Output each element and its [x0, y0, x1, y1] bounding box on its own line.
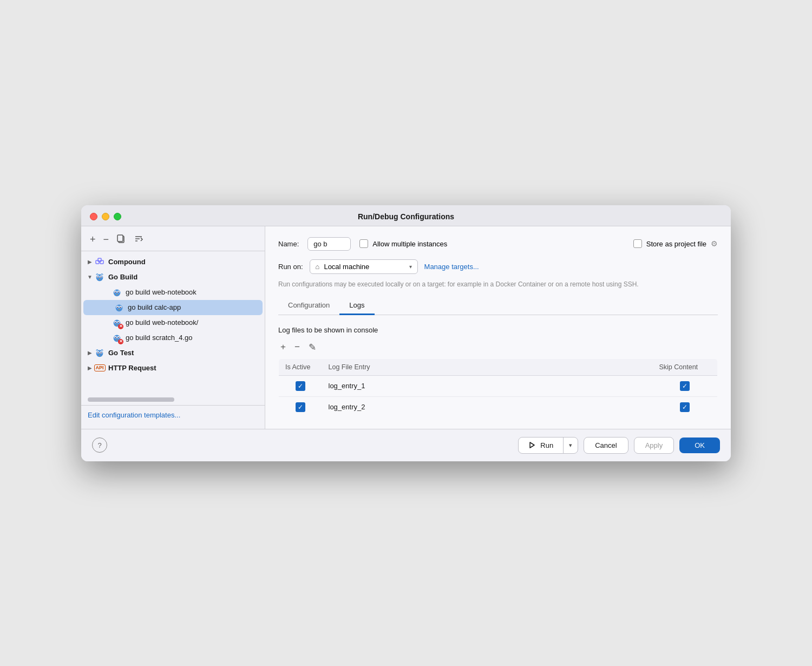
sidebar-item-go-build[interactable]: ▼ Go Build [81, 270, 265, 285]
go-build-web-notebook-err-label: go build web-notebook/ [126, 318, 198, 327]
svg-rect-5 [96, 260, 99, 264]
run-on-value: Local machine [324, 263, 404, 271]
svg-point-17 [115, 291, 116, 292]
name-input[interactable] [307, 237, 351, 251]
row1-is-active-cell: ✓ [279, 375, 322, 396]
gear-icon[interactable]: ⚙ [711, 239, 718, 248]
allow-multiple-label: Allow multiple instances [372, 240, 447, 248]
log-edit-button[interactable]: ✎ [306, 341, 318, 354]
tab-configuration[interactable]: Configuration [278, 297, 339, 315]
log-section-title: Log files to be shown in console [278, 326, 718, 334]
svg-rect-7 [98, 258, 101, 262]
svg-rect-6 [100, 260, 103, 264]
svg-point-14 [114, 289, 121, 296]
cancel-button[interactable]: Cancel [584, 437, 628, 454]
sidebar-item-go-build-calc-app[interactable]: go build calc-app [83, 300, 263, 315]
chevron-right-icon-2: ▶ [86, 350, 94, 356]
minimize-button[interactable] [102, 213, 109, 220]
col-header-is-active: Is Active [279, 358, 322, 375]
svg-marker-44 [530, 442, 534, 448]
tab-logs[interactable]: Logs [339, 297, 374, 315]
apply-button[interactable]: Apply [634, 437, 675, 454]
close-button[interactable] [90, 213, 97, 220]
window-title: Run/Debug Configurations [358, 212, 454, 221]
copy-config-button[interactable] [114, 233, 128, 246]
api-icon: API [94, 363, 105, 374]
svg-point-29 [115, 322, 116, 323]
row1-is-active-checkbox[interactable]: ✓ [296, 381, 305, 391]
main-window: Run/Debug Configurations + − [81, 205, 731, 461]
store-project-option: Store as project file ⚙ [633, 239, 718, 248]
sidebar-item-compound[interactable]: ▶ Compound [81, 254, 265, 270]
compound-label: Compound [108, 258, 146, 266]
compound-icon [94, 257, 105, 267]
log-remove-button[interactable]: − [292, 341, 302, 354]
svg-point-35 [115, 337, 116, 338]
go-build-scratch-label: go build scratch_4.go [126, 334, 193, 342]
remove-config-button[interactable]: − [101, 233, 112, 245]
log-toolbar: + − ✎ [278, 341, 718, 354]
log-add-button[interactable]: + [278, 341, 288, 354]
ok-button[interactable]: OK [679, 438, 720, 453]
sidebar-tree: ▶ Compound ▼ [81, 251, 265, 394]
go-build-child-icon [112, 287, 122, 298]
run-button[interactable]: Run [519, 438, 563, 453]
help-button[interactable]: ? [92, 438, 107, 453]
run-button-group: Run ▾ [518, 437, 578, 454]
svg-point-12 [101, 276, 102, 277]
row2-skip-cell: ✓ [653, 396, 718, 417]
maximize-button[interactable] [114, 213, 121, 220]
main-content: + − [81, 226, 731, 429]
store-project-checkbox[interactable] [633, 239, 642, 248]
row2-is-active-cell: ✓ [279, 396, 322, 417]
row1-entry-cell: log_entry_1 [322, 375, 653, 396]
svg-point-11 [97, 276, 99, 277]
bottom-bar: ? Run ▾ Cancel Apply OK [81, 429, 731, 461]
add-config-button[interactable]: + [88, 233, 98, 245]
config-header: Name: Allow multiple instances Store as … [278, 237, 718, 251]
sidebar-item-go-build-scratch[interactable]: ✕ go build scratch_4.go [81, 330, 265, 345]
sidebar-item-go-build-web-notebook[interactable]: go build web-notebook [81, 285, 265, 300]
store-project-label: Store as project file [646, 240, 706, 248]
manage-targets-link[interactable]: Manage targets... [424, 263, 479, 271]
row1-entry-label: log_entry_1 [329, 382, 365, 390]
row1-skip-cell: ✓ [653, 375, 718, 396]
allow-multiple-checkbox[interactable] [359, 239, 368, 248]
row2-skip-checkbox[interactable]: ✓ [680, 402, 690, 412]
sidebar: + − [81, 226, 265, 429]
svg-point-41 [97, 352, 99, 353]
go-build-err-icon: ✕ [112, 317, 122, 328]
http-request-label: HTTP Request [108, 364, 156, 372]
svg-point-36 [118, 337, 119, 338]
log-files-table: Is Active Log File Entry Skip Content [278, 358, 718, 418]
go-test-label: Go Test [108, 349, 134, 357]
col-header-skip-content: Skip Content [653, 358, 718, 375]
svg-point-23 [117, 306, 118, 308]
row2-entry-label: log_entry_2 [329, 403, 365, 411]
row2-is-active-checkbox[interactable]: ✓ [296, 402, 305, 412]
svg-point-30 [118, 322, 119, 323]
tabs-row: Configuration Logs [278, 297, 718, 315]
sidebar-item-http-request[interactable]: ▶ API HTTP Request [81, 361, 265, 376]
svg-point-24 [120, 306, 121, 308]
sidebar-scrollbar[interactable] [88, 397, 174, 402]
titlebar: Run/Debug Configurations [81, 205, 731, 226]
sidebar-item-go-build-web-notebook-err[interactable]: ✕ go build web-notebook/ [81, 315, 265, 330]
sidebar-toolbar: + − [81, 231, 265, 251]
sidebar-item-go-test[interactable]: ▶ Go Test [81, 345, 265, 361]
svg-point-20 [116, 304, 123, 311]
go-build-scratch-icon: ✕ [112, 332, 122, 343]
svg-point-42 [101, 352, 102, 353]
edit-templates-link[interactable]: Edit configuration templates... [88, 411, 180, 419]
run-dropdown-button[interactable]: ▾ [564, 438, 578, 453]
svg-point-8 [96, 274, 103, 281]
row1-skip-checkbox[interactable]: ✓ [680, 381, 690, 391]
run-caret-icon: ▾ [569, 442, 572, 448]
tab-content-logs: Log files to be shown in console + − ✎ I… [278, 315, 718, 429]
table-row: ✓ log_entry_2 ✓ [279, 396, 718, 417]
run-play-icon [528, 441, 536, 449]
run-hint: Run configurations may be executed local… [278, 279, 718, 289]
go-test-icon [94, 348, 105, 358]
run-on-select[interactable]: ⌂ Local machine ▾ [310, 259, 418, 274]
sort-config-button[interactable] [132, 233, 146, 246]
